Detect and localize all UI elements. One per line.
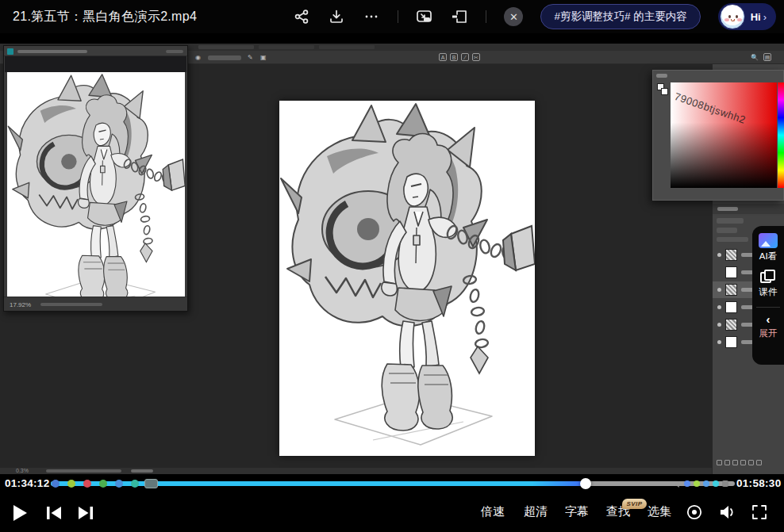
ps-layers-footer-icons: [713, 460, 784, 469]
eye-icon: [717, 305, 721, 309]
side-tool-pill: AI看 课件 ‹ 展开: [752, 226, 784, 365]
zoom-level: 17.92%: [10, 301, 31, 308]
more-icon[interactable]: [363, 8, 380, 25]
ai-view-label: AI看: [759, 251, 777, 262]
layer-thumbnail: [725, 249, 737, 261]
record-icon[interactable]: [686, 503, 703, 521]
subtitles-button[interactable]: 字幕: [565, 504, 589, 519]
divider: [486, 10, 486, 23]
ps-doc-title: [17, 50, 87, 53]
ps-lock-row: [717, 237, 748, 242]
volume-icon[interactable]: [717, 503, 736, 521]
topic-tag-pill[interactable]: #剪影调整技巧# 的主要内容: [540, 4, 700, 29]
chapter-marker: [99, 480, 107, 488]
ps-floating-titlebar: [4, 46, 187, 56]
top-bar: 21.第五节：黑白角色演示2.mp4 ✕ #剪影调整技巧# 的主要内容: [0, 0, 784, 33]
hue-strip: [778, 82, 784, 188]
dock-window-icon[interactable]: [451, 8, 468, 25]
marker-arrow-icon: [674, 481, 679, 488]
assistant-pill[interactable]: Hi ›: [718, 3, 776, 30]
ps-option-icon: ▣: [260, 54, 267, 62]
chapter-marker: [52, 480, 60, 488]
layer-thumbnail: [725, 266, 737, 278]
avatar-cheek: [724, 18, 729, 21]
character-artwork: [279, 101, 535, 456]
ps-workspace-icon: ▤: [763, 53, 771, 61]
next-icon[interactable]: [76, 505, 95, 521]
character-artwork-zoomed: [7, 72, 185, 297]
ps-zoom-level: 0.3%: [16, 468, 29, 474]
ps-pasteboard: [5, 56, 186, 72]
expand-label: 展开: [759, 327, 778, 339]
assistant-label: Hi: [751, 11, 761, 23]
avatar-cheek: [737, 18, 742, 21]
current-time: 01:34:12: [5, 477, 49, 489]
ps-layers-header: [713, 204, 784, 214]
eye-icon: [717, 340, 721, 344]
doc-info-bar: [40, 303, 102, 306]
chapter-marker-pill: [144, 479, 158, 488]
share-icon[interactable]: [293, 8, 310, 25]
bg-color-swatch: [661, 88, 668, 95]
chapter-marker: [684, 480, 690, 487]
ps-option-field: [208, 55, 241, 60]
photoshop-app: ◉ ✎ ▣ A B ⁄ ✂ 🔍 ▤: [0, 44, 784, 474]
ps-scrollbar: [131, 469, 153, 473]
chapter-marker: [713, 480, 719, 487]
layer-thumbnail: [725, 284, 737, 296]
video-frame[interactable]: ◉ ✎ ▣ A B ⁄ ✂ 🔍 ▤: [0, 33, 784, 474]
color-mode-label: [656, 74, 667, 78]
seek-bar[interactable]: [51, 474, 735, 493]
courseware-button[interactable]: 课件: [759, 270, 778, 298]
ps-floating-canvas: [7, 72, 185, 297]
quality-button[interactable]: 超清: [524, 504, 548, 519]
eye-icon: [717, 323, 721, 327]
ps-layer-filter: [717, 218, 744, 224]
play-icon[interactable]: [11, 503, 29, 522]
ps-search-icon: 🔍: [751, 54, 759, 62]
download-icon[interactable]: [328, 8, 345, 25]
divider: [756, 307, 780, 308]
ai-image-icon: [759, 233, 778, 248]
ps-doc-icon: [7, 48, 13, 55]
layer-thumbnail: [725, 319, 737, 331]
assistant-avatar: [720, 4, 745, 29]
chapter-marker: [115, 480, 123, 488]
divider: [398, 10, 398, 23]
ps-align-icon: B: [450, 53, 458, 61]
ps-tool-icon: ◉: [195, 54, 201, 62]
chevron-right-icon: ›: [763, 11, 767, 23]
eye-icon: [717, 253, 721, 257]
progress-row: 01:34:12 01:58:30: [0, 474, 784, 493]
ps-document-tab: [259, 45, 314, 49]
courseware-icon: [760, 270, 776, 284]
ps-layers-tab: [717, 207, 738, 211]
fullscreen-icon[interactable]: [751, 503, 768, 521]
episodes-button[interactable]: 选集: [648, 504, 671, 519]
ai-view-button[interactable]: AI看: [759, 233, 778, 262]
playhead-handle[interactable]: [580, 478, 591, 489]
previous-icon[interactable]: [44, 505, 63, 521]
layer-thumbnail: [725, 336, 737, 348]
color-field: 79008btjswhh2: [671, 82, 777, 188]
chevron-left-icon: ‹: [767, 314, 771, 325]
avatar-eye: [736, 15, 738, 18]
ps-floating-window: 17.92%: [3, 45, 188, 312]
avatar-mouth: [731, 19, 735, 21]
window-buttons: [166, 50, 183, 53]
pip-icon[interactable]: [416, 8, 433, 25]
ps-document-tab: [198, 45, 254, 49]
close-icon[interactable]: ✕: [504, 7, 523, 26]
svip-badge: SVIP: [622, 499, 647, 509]
ps-align-icon: ⁄: [461, 53, 469, 61]
ps-main-canvas: [279, 101, 535, 456]
avatar-eye: [728, 15, 731, 18]
speed-button[interactable]: 倍速: [481, 504, 505, 519]
ps-color-picker: 79008btjswhh2: [652, 70, 784, 201]
total-time: 01:58:30: [736, 477, 781, 489]
expand-button[interactable]: ‹ 展开: [759, 314, 778, 339]
video-player: 21.第五节：黑白角色演示2.mp4 ✕ #剪影调整技巧# 的主要内容: [0, 0, 784, 532]
ps-statusbar: 0.3%: [0, 468, 712, 474]
chapter-marker: [694, 480, 700, 487]
ps-floating-statusbar: 17.92%: [4, 297, 187, 311]
